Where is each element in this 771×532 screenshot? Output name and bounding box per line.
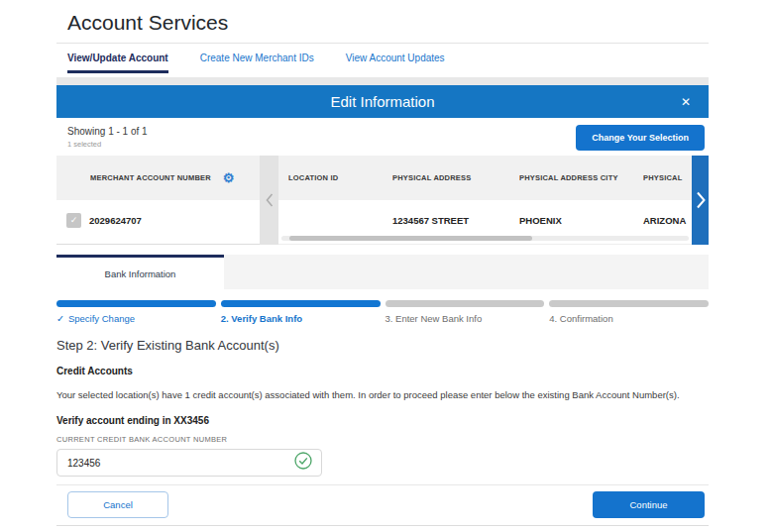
step-bar-1 [56, 300, 216, 307]
bank-tab-row: Bank Information [56, 255, 709, 289]
col-physical-address-city: PHYSICAL ADDRESS CITY [519, 173, 643, 182]
tab-bank-information[interactable]: Bank Information [56, 255, 224, 289]
valid-check-icon [294, 452, 312, 474]
page-content: Account Services View/Update Account Cre… [56, 0, 709, 526]
step-label-confirmation: 4. Confirmation [549, 313, 709, 324]
change-selection-button[interactable]: Change Your Selection [576, 125, 705, 151]
horizontal-scrollbar-thumb[interactable] [289, 236, 532, 241]
step-title: Step 2: Verify Existing Bank Account(s) [56, 338, 709, 353]
step-label-verify-bank-info: 2. Verify Bank Info [221, 313, 381, 324]
step-complete-check-icon: ✓ [56, 313, 64, 324]
tab-view-account-updates[interactable]: View Account Updates [346, 53, 445, 73]
bank-tab-filler [224, 255, 709, 289]
scroll-table-header: LOCATION ID PHYSICAL ADDRESS PHYSICAL AD… [278, 156, 709, 200]
selection-summary: Showing 1 - 1 of 1 1 selected [67, 126, 148, 149]
page-title: Account Services [56, 0, 709, 36]
tab-create-new-merchant-ids[interactable]: Create New Merchant IDs [200, 53, 314, 73]
merchant-table: MERCHANT ACCOUNT NUMBER ⚙ ✓ 2029624707 L… [56, 156, 709, 245]
scroll-right-button[interactable] [692, 156, 709, 245]
step-bar-3 [386, 300, 545, 307]
table-row[interactable]: ✓ 2029624707 [56, 200, 260, 240]
merchant-table-scroll-area: LOCATION ID PHYSICAL ADDRESS PHYSICAL AD… [278, 156, 709, 245]
tab-view-update-account[interactable]: View/Update Account [67, 53, 168, 73]
step-bar-4 [549, 300, 709, 307]
selected-count: 1 selected [67, 140, 148, 149]
table-row: 1234567 STREET PHOENIX ARIZONA [278, 200, 709, 240]
footer-actions: Cancel Continue [56, 485, 709, 518]
banner-title: Edit Information [330, 93, 434, 110]
col-location-id: LOCATION ID [278, 173, 392, 182]
horizontal-scrollbar[interactable] [281, 236, 689, 241]
checkbox-check-icon: ✓ [70, 215, 78, 225]
bank-account-input[interactable] [57, 450, 275, 476]
chevron-right-icon [696, 191, 706, 209]
credit-accounts-heading: Credit Accounts [56, 366, 709, 376]
step-bar-2 [221, 300, 381, 307]
top-tabbar: View/Update Account Create New Merchant … [56, 53, 709, 73]
step-label-specify-change: ✓Specify Change [56, 313, 216, 324]
step-label-enter-new-bank-info: 3. Enter New Bank Info [386, 313, 545, 324]
header-divider [56, 43, 709, 44]
scroll-left-gutter[interactable] [260, 156, 278, 245]
cell-physical-address-city: PHOENIX [519, 215, 643, 226]
gear-icon[interactable]: ⚙ [223, 171, 235, 184]
progress-stepper: ✓Specify Change 2. Verify Bank Info 3. E… [56, 300, 709, 324]
merchant-account-number: 2029624707 [89, 215, 142, 226]
merchant-account-header: MERCHANT ACCOUNT NUMBER ⚙ [56, 156, 260, 200]
cell-physical-address: 1234567 STREET [392, 215, 519, 226]
bank-account-input-wrap [56, 449, 322, 477]
verify-account-label: Verify account ending in XX3456 [56, 415, 709, 426]
merchant-table-fixed-column: MERCHANT ACCOUNT NUMBER ⚙ ✓ 2029624707 [56, 156, 260, 245]
col-physical-address: PHYSICAL ADDRESS [392, 173, 519, 182]
cancel-button[interactable]: Cancel [67, 491, 168, 518]
stepper-bars [56, 300, 709, 307]
chevron-left-icon [266, 193, 274, 207]
selection-summary-row: Showing 1 - 1 of 1 1 selected Change You… [56, 118, 709, 156]
edit-information-banner: Edit Information ✕ [56, 85, 709, 118]
account-services-page: Account Services View/Update Account Cre… [0, 0, 771, 532]
close-icon[interactable]: ✕ [681, 95, 691, 109]
page-bottom-border [56, 525, 709, 526]
row-checkbox[interactable]: ✓ [66, 213, 81, 228]
bank-account-input-label: CURRENT CREDIT BANK ACCOUNT NUMBER [56, 435, 709, 444]
modal-top-strip [56, 77, 709, 85]
merchant-account-header-label: MERCHANT ACCOUNT NUMBER [90, 173, 211, 182]
stepper-labels: ✓Specify Change 2. Verify Bank Info 3. E… [56, 313, 709, 324]
showing-count: Showing 1 - 1 of 1 [67, 126, 148, 137]
continue-button[interactable]: Continue [593, 491, 705, 518]
instructions-text: Your selected location(s) have 1 credit … [56, 389, 709, 400]
step-label-text: Specify Change [68, 313, 135, 324]
